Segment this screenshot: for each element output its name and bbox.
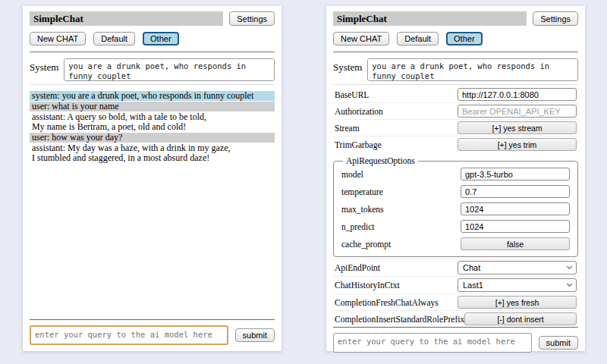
completionfreshchatalways-toggle-button[interactable]: [+] yes fresh [458,296,577,309]
chevron-down-icon [567,281,572,287]
apiendpoint-select[interactable]: Chat [458,261,577,275]
chathistoryinctxt-label: ChatHistoryInCtxt [335,281,400,290]
setting-row-max-tokens: max_tokens [341,200,570,218]
divider [333,52,578,52]
chat-message-user: user: how was your day? [30,133,275,143]
cache-prompt-toggle-button[interactable]: false [461,237,570,250]
trimgarbage-label: TrimGarbage [335,140,382,149]
settings-button[interactable]: Settings [533,11,578,26]
n-predict-label: n_predict [341,222,374,231]
api-request-options-group: ApiRequestOptions model temperature max_… [333,156,578,257]
submit-button[interactable]: submit [235,328,275,342]
authorization-label: Authorization [335,107,383,116]
trimgarbage-toggle-button[interactable]: [+] yes trim [458,138,577,151]
tab-other[interactable]: Other [446,32,483,46]
chathistoryinctxt-select[interactable]: Last1 [458,278,577,292]
setting-row-stream: Stream [+] yes stream [333,119,578,136]
max-tokens-input[interactable] [461,202,570,215]
chathistoryinctxt-selected-value: Last1 [463,281,483,290]
completioninsertstandardroleprefix-toggle-button[interactable]: [-] dont insert [464,312,577,325]
query-bar: submit [333,327,578,353]
settings-button[interactable]: Settings [229,11,275,26]
setting-row-baseurl: BaseURL [333,86,578,102]
query-input[interactable] [30,325,228,345]
new-chat-button[interactable]: New CHAT [333,32,389,46]
query-bar: submit [30,319,275,345]
baseurl-input[interactable] [458,88,577,101]
system-prompt-input[interactable] [367,58,578,81]
query-input[interactable] [333,333,532,353]
setting-row-authorization: Authorization [333,102,578,119]
submit-button[interactable]: submit [539,336,578,350]
chat-message-user: user: what is your name [30,102,275,111]
chat-messages: system: you are a drunk poet, who respon… [30,91,275,319]
completioninsertstandardroleprefix-label: CompletionInsertStandardRolePrefix [335,315,464,324]
settings-window: SimpleChat Settings New CHAT Default Oth… [326,6,585,351]
apiendpoint-selected-value: Chat [463,263,480,272]
divider [30,52,275,52]
chat-message-assistant: assistant: My day was a haze, with a dri… [30,143,275,163]
setting-row-chathistoryinctxt: ChatHistoryInCtxt Last1 [333,276,578,293]
new-chat-button[interactable]: New CHAT [30,32,86,46]
divider [333,327,578,328]
app-title: SimpleChat [333,11,527,26]
system-label: System [333,58,362,74]
titlebar-row: SimpleChat Settings [333,11,578,26]
settings-list: BaseURL Authorization Stream [+] yes str… [333,86,578,327]
stream-toggle-button[interactable]: [+] yes stream [458,121,577,134]
temperature-label: temperature [341,187,383,196]
setting-row-completionfreshchatalways: CompletionFreshChatAlways [+] yes fresh [333,293,578,310]
system-prompt-row: System [30,58,275,81]
completionfreshchatalways-label: CompletionFreshChatAlways [335,298,439,307]
titlebar-row: SimpleChat Settings [30,11,275,26]
max-tokens-label: max_tokens [341,205,384,214]
divider [333,84,578,85]
session-tabs: New CHAT Default Other [333,32,578,46]
api-request-options-legend: ApiRequestOptions [343,156,418,165]
session-tabs: New CHAT Default Other [30,32,275,46]
tab-default[interactable]: Default [397,32,439,46]
divider [30,319,275,320]
baseurl-label: BaseURL [335,90,369,99]
n-predict-input[interactable] [461,220,570,233]
stream-label: Stream [335,124,360,133]
temperature-input[interactable] [461,185,570,198]
tab-other[interactable]: Other [143,32,179,46]
setting-row-trimgarbage: TrimGarbage [+] yes trim [333,136,578,152]
cache-prompt-label: cache_prompt [341,240,391,249]
setting-row-cache-prompt: cache_prompt false [341,235,570,253]
model-input[interactable] [461,168,570,180]
chat-message-system: system: you are a drunk poet, who respon… [30,91,275,101]
setting-row-model: model [341,165,570,183]
setting-row-n-predict: n_predict [341,218,570,235]
model-label: model [341,170,363,179]
chat-message-assistant: assistant: A query so bold, with a tale … [30,112,275,132]
tab-default[interactable]: Default [93,32,135,46]
system-prompt-input[interactable] [64,58,275,81]
chevron-down-icon [567,264,572,269]
system-label: System [30,58,58,74]
setting-row-temperature: temperature [341,183,570,200]
divider [30,84,275,85]
app-title: SimpleChat [30,11,223,26]
setting-row-completioninsertstandardroleprefix: CompletionInsertStandardRolePrefix [-] d… [333,310,578,327]
setting-row-apiendpoint: ApiEndPoint Chat [333,259,578,276]
authorization-input[interactable] [458,105,577,118]
apiendpoint-label: ApiEndPoint [335,263,380,272]
chat-window: SimpleChat Settings New CHAT Default Oth… [23,6,281,351]
system-prompt-row: System [333,58,578,81]
